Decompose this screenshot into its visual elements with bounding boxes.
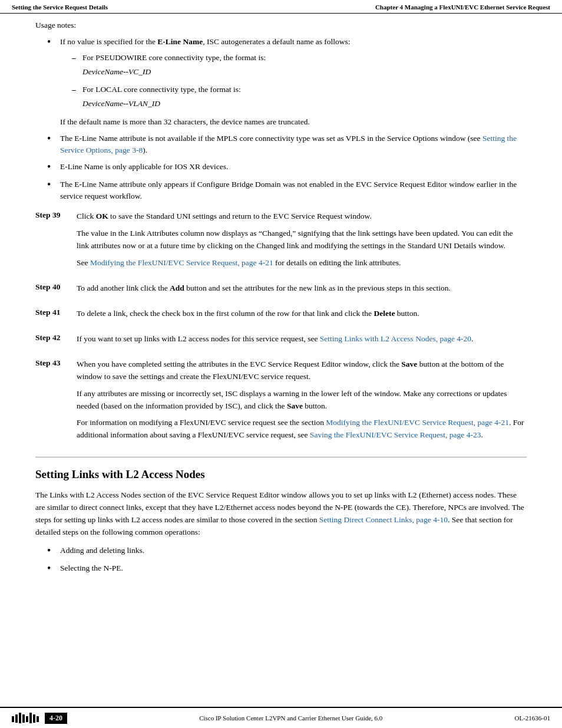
step-39-label: Step 39 bbox=[35, 210, 77, 274]
step-40-p1: To add another link click the Add button… bbox=[77, 282, 527, 295]
bullet-content: E-Line Name is only applicable for IOS X… bbox=[60, 161, 527, 174]
dash: – bbox=[72, 84, 82, 113]
modifying-link-43[interactable]: Modifying the FlexUNI/EVC Service Reques… bbox=[326, 418, 509, 427]
step-41-block: Step 41 To delete a link, check the chec… bbox=[35, 308, 527, 325]
step-40-label: Step 40 bbox=[35, 282, 77, 299]
bullet-dot: • bbox=[47, 133, 58, 157]
step-42-p1: If you want to set up links with L2 acce… bbox=[77, 333, 527, 345]
bullet-content: The E-Line Name attribute only appears i… bbox=[60, 179, 527, 203]
section2-intro: The Links with L2 Access Nodes section o… bbox=[35, 489, 527, 539]
page-footer: 4-20 Cisco IP Solution Center L2VPN and … bbox=[0, 707, 562, 728]
svg-rect-6 bbox=[33, 714, 35, 723]
step-39-block: Step 39 Click OK to save the Standard UN… bbox=[35, 210, 527, 274]
page-header: Setting the Service Request Details Chap… bbox=[0, 0, 562, 14]
add-bold: Add bbox=[170, 284, 184, 292]
l2-access-nodes-link[interactable]: Setting Links with L2 Access Nodes, page… bbox=[320, 334, 471, 343]
footer-left: 4-20 bbox=[12, 711, 67, 724]
modifying-link-39[interactable]: Modifying the FlexUNI/EVC Service Reques… bbox=[90, 258, 273, 267]
step-43-label: Step 43 bbox=[35, 358, 77, 447]
step-39-p3: See Modifying the FlexUNI/EVC Service Re… bbox=[77, 257, 527, 269]
svg-rect-5 bbox=[29, 713, 32, 723]
step-39-p1: Click OK to save the Standard UNI settin… bbox=[77, 210, 527, 223]
bullet-dot: • bbox=[47, 36, 58, 128]
content-area: Usage notes: • If no value is specified … bbox=[0, 14, 562, 627]
list-item: • Adding and deleting links. bbox=[35, 545, 527, 558]
list-item: • Selecting the N-PE. bbox=[35, 562, 527, 575]
page-wrapper: Setting the Service Request Details Chap… bbox=[0, 0, 562, 728]
header-chapter: Chapter 4 Managing a FlexUNI/EVC Etherne… bbox=[375, 4, 550, 11]
step-43-content: When you have completed setting the attr… bbox=[77, 358, 527, 447]
step-39-p2: The value in the Link Attributes column … bbox=[77, 228, 527, 252]
sub-content: For LOCAL core connectivity type, the fo… bbox=[82, 84, 527, 113]
service-options-link[interactable]: Setting the Service Options, page 3-8 bbox=[60, 134, 517, 154]
section-divider bbox=[35, 457, 527, 457]
list-item: • The E-Line Name attribute is not avail… bbox=[35, 133, 527, 157]
svg-rect-0 bbox=[12, 716, 14, 722]
bullet-content: If no value is specified for the E-Line … bbox=[60, 36, 527, 128]
delete-bold: Delete bbox=[373, 309, 395, 318]
direct-connect-link[interactable]: Setting Direct Connect Links, page 4-10 bbox=[319, 515, 448, 524]
usage-notes-label: Usage notes: bbox=[35, 19, 527, 31]
header-section: Setting the Service Request Details bbox=[12, 4, 108, 11]
cisco-logo-icon bbox=[12, 711, 40, 724]
eline-name-bold: E-Line Name bbox=[157, 37, 203, 46]
ok-bold: OK bbox=[96, 212, 108, 220]
bullet-dot: • bbox=[47, 179, 58, 203]
save-bold-1: Save bbox=[401, 360, 417, 368]
bullet-dot: • bbox=[47, 161, 58, 174]
svg-rect-2 bbox=[19, 713, 21, 723]
local-format: DeviceName--VLAN_ID bbox=[82, 98, 527, 110]
bullet-content: Adding and deleting links. bbox=[60, 545, 527, 558]
step-40-content: To add another link click the Add button… bbox=[77, 282, 527, 299]
usage-bullet-list: • If no value is specified for the E-Lin… bbox=[35, 36, 527, 202]
step-41-p1: To delete a link, check the check box in… bbox=[77, 308, 527, 320]
step-43-p2: If any attributes are missing or incorre… bbox=[77, 388, 527, 413]
step-43-p3: For information on modifying a FlexUNI/E… bbox=[77, 417, 527, 442]
bullet-content: Selecting the N-PE. bbox=[60, 562, 527, 575]
svg-rect-1 bbox=[15, 714, 18, 723]
pseudowire-format: DeviceName--VC_ID bbox=[82, 66, 527, 78]
bullet-dot: • bbox=[47, 562, 58, 575]
sub-list-item: – For PSEUDOWIRE core connectivity type,… bbox=[72, 52, 527, 81]
footer-center: Cisco IP Solution Center L2VPN and Carri… bbox=[67, 714, 515, 722]
sub-content: For PSEUDOWIRE core connectivity type, t… bbox=[82, 52, 527, 81]
dash: – bbox=[72, 52, 82, 81]
svg-rect-4 bbox=[26, 716, 28, 722]
sub-bullet-list: – For PSEUDOWIRE core connectivity type,… bbox=[72, 52, 527, 113]
svg-rect-3 bbox=[22, 714, 25, 723]
step-39-content: Click OK to save the Standard UNI settin… bbox=[77, 210, 527, 274]
step-43-block: Step 43 When you have completed setting … bbox=[35, 358, 527, 447]
step-43-p1: When you have completed setting the attr… bbox=[77, 358, 527, 383]
footer-page-num: 4-20 bbox=[45, 713, 67, 724]
list-item: • The E-Line Name attribute only appears… bbox=[35, 179, 527, 203]
save-bold-2: Save bbox=[287, 401, 303, 410]
bullet-content: The E-Line Name attribute is not availab… bbox=[60, 133, 527, 157]
section2-bullet-list: • Adding and deleting links. • Selecting… bbox=[35, 545, 527, 575]
saving-link-43[interactable]: Saving the FlexUNI/EVC Service Request, … bbox=[310, 430, 481, 439]
svg-rect-7 bbox=[37, 716, 39, 722]
step-41-content: To delete a link, check the check box in… bbox=[77, 308, 527, 325]
bullet-dot: • bbox=[47, 545, 58, 558]
footer-right: OL-21636-01 bbox=[515, 714, 551, 722]
step-41-label: Step 41 bbox=[35, 308, 77, 325]
step-40-block: Step 40 To add another link click the Ad… bbox=[35, 282, 527, 299]
section2-heading: Setting Links with L2 Access Nodes bbox=[35, 468, 527, 481]
step-42-label: Step 42 bbox=[35, 333, 77, 350]
sub-list-item: – For LOCAL core connectivity type, the … bbox=[72, 84, 527, 113]
list-item: • E-Line Name is only applicable for IOS… bbox=[35, 161, 527, 174]
list-item: • If no value is specified for the E-Lin… bbox=[35, 36, 527, 128]
step-42-block: Step 42 If you want to set up links with… bbox=[35, 333, 527, 350]
step-42-content: If you want to set up links with L2 acce… bbox=[77, 333, 527, 350]
